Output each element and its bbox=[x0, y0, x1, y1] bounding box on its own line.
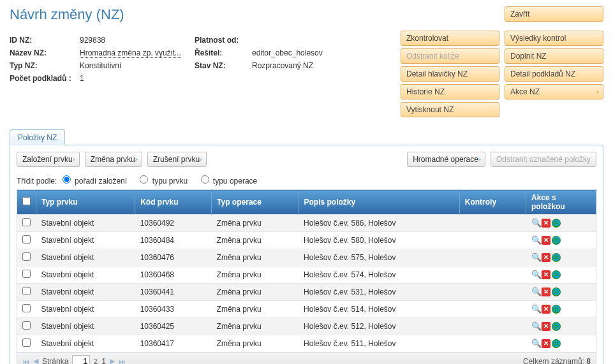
magnify-icon[interactable]: 🔍 bbox=[531, 253, 540, 262]
row-checkbox[interactable] bbox=[22, 270, 31, 278]
globe-icon[interactable]: 🌐 bbox=[552, 322, 561, 331]
table-row[interactable]: Stavební objekt10360476Změna prvkuHolešo… bbox=[17, 249, 596, 266]
print-button[interactable]: Vytisknout NZ bbox=[401, 102, 499, 117]
solver-label: Řešitel: bbox=[195, 48, 252, 57]
cell-op: Změna prvku bbox=[212, 266, 299, 284]
cell-op: Změna prvku bbox=[212, 335, 299, 353]
cell-checks bbox=[459, 215, 526, 232]
delete-icon[interactable]: ✕ bbox=[542, 253, 550, 262]
globe-icon[interactable]: 🌐 bbox=[552, 270, 561, 279]
remove-collisions-label: Odstranit kolize bbox=[406, 52, 459, 61]
tab-items[interactable]: Položky NZ bbox=[10, 129, 65, 145]
row-checkbox[interactable] bbox=[22, 235, 31, 244]
globe-icon[interactable]: 🌐 bbox=[552, 288, 561, 296]
globe-icon[interactable]: 🌐 bbox=[552, 219, 561, 228]
chevron-right-icon: ›› bbox=[596, 89, 598, 95]
col-op[interactable]: Typ operace bbox=[212, 190, 299, 215]
col-type[interactable]: Typ prvku bbox=[36, 190, 135, 215]
pager-first-icon[interactable]: ⏮ bbox=[22, 358, 29, 365]
docs-label: Počet podkladů : bbox=[10, 74, 80, 83]
pager-last-icon[interactable]: ⏭ bbox=[119, 358, 126, 365]
remove-selected-button[interactable]: Odstranit označené položky bbox=[491, 152, 596, 167]
cancel-element-button[interactable]: Zrušení prvku›› bbox=[147, 152, 207, 167]
row-checkbox[interactable] bbox=[22, 321, 31, 330]
cell-desc: Holešov č.ev. 580, Holešov bbox=[299, 232, 459, 249]
remove-collisions-button[interactable]: Odstranit kolize bbox=[401, 48, 499, 64]
globe-icon[interactable]: 🌐 bbox=[552, 236, 561, 245]
magnify-icon[interactable]: 🔍 bbox=[531, 288, 540, 296]
table-row[interactable]: Stavební objekt10360425Změna prvkuHolešo… bbox=[17, 318, 596, 335]
col-code[interactable]: Kód prvku bbox=[135, 190, 212, 215]
delete-icon[interactable]: ✕ bbox=[542, 219, 550, 228]
table-row[interactable]: Stavební objekt10360417Změna prvkuHolešo… bbox=[17, 335, 596, 353]
col-checks[interactable]: Kontroly bbox=[459, 190, 526, 215]
docs-detail-button[interactable]: Detail podkladů NZ bbox=[505, 66, 603, 82]
print-label: Vytisknout NZ bbox=[406, 105, 454, 114]
cell-op: Změna prvku bbox=[212, 284, 299, 301]
close-button[interactable]: Zavřít bbox=[505, 6, 603, 22]
pager-total-pages: 1 bbox=[101, 357, 106, 365]
sort-order-radio[interactable] bbox=[63, 175, 71, 184]
type-value: Konstitutivní bbox=[80, 61, 195, 70]
sort-type-radio[interactable] bbox=[140, 175, 148, 184]
cell-checks bbox=[459, 335, 526, 353]
pager-page-input[interactable] bbox=[72, 355, 90, 364]
table-row[interactable]: Stavební objekt10360433Změna prvkuHolešo… bbox=[17, 301, 596, 318]
cell-desc: Holešov č.ev. 514, Holešov bbox=[299, 301, 459, 318]
create-element-button[interactable]: Založení prvku›› bbox=[17, 152, 80, 167]
delete-icon[interactable]: ✕ bbox=[542, 236, 550, 245]
supplement-button[interactable]: Doplnit NZ bbox=[505, 48, 603, 64]
cell-op: Změna prvku bbox=[212, 301, 299, 318]
delete-icon[interactable]: ✕ bbox=[542, 339, 550, 348]
bulk-operations-button[interactable]: Hromadné operace›› bbox=[407, 152, 485, 167]
chevron-right-icon: ›› bbox=[135, 156, 137, 163]
bulk-operations-label: Hromadné operace bbox=[413, 155, 478, 164]
cell-type: Stavební objekt bbox=[36, 249, 135, 266]
header-detail-button[interactable]: Detail hlavičky NZ bbox=[401, 66, 499, 82]
cell-desc: Holešov č.ev. 574, Holešov bbox=[299, 266, 459, 284]
pager-next-icon[interactable]: ▶ bbox=[110, 357, 115, 364]
close-label: Zavřít bbox=[510, 10, 530, 18]
magnify-icon[interactable]: 🔍 bbox=[531, 305, 540, 314]
history-button[interactable]: Historie NZ bbox=[401, 84, 499, 99]
globe-icon[interactable]: 🌐 bbox=[552, 339, 561, 348]
globe-icon[interactable]: 🌐 bbox=[552, 305, 561, 314]
actions-button[interactable]: Akce NZ›› bbox=[505, 84, 603, 99]
actions-label: Akce NZ bbox=[510, 87, 540, 96]
cell-desc: Holešov č.ev. 531, Holešov bbox=[299, 284, 459, 301]
table-row[interactable]: Stavební objekt10360441Změna prvkuHolešo… bbox=[17, 284, 596, 301]
delete-icon[interactable]: ✕ bbox=[542, 288, 550, 296]
state-value: Rozpracovaný NZ bbox=[252, 61, 367, 70]
change-element-button[interactable]: Změna prvku›› bbox=[85, 152, 142, 167]
pager-prev-icon[interactable]: ◀ bbox=[33, 357, 38, 364]
row-checkbox[interactable] bbox=[22, 339, 31, 347]
results-button[interactable]: Výsledky kontrol bbox=[505, 31, 603, 46]
row-checkbox[interactable] bbox=[22, 287, 31, 295]
col-desc[interactable]: Popis položky bbox=[299, 190, 459, 215]
check-button[interactable]: Zkontrolovat bbox=[401, 31, 499, 46]
magnify-icon[interactable]: 🔍 bbox=[531, 270, 540, 279]
magnify-icon[interactable]: 🔍 bbox=[531, 219, 540, 228]
cell-type: Stavební objekt bbox=[36, 301, 135, 318]
sort-op-radio[interactable] bbox=[201, 175, 209, 184]
pager-total-label: Celkem záznamů: bbox=[523, 357, 584, 365]
name-value[interactable]: Hromadná změna zp. využit... bbox=[80, 48, 181, 58]
chevron-right-icon: ›› bbox=[73, 156, 74, 163]
cell-desc: Holešov č.ev. 511, Holešov bbox=[299, 335, 459, 353]
magnify-icon[interactable]: 🔍 bbox=[531, 236, 540, 245]
col-actions[interactable]: Akce s položkou bbox=[526, 190, 596, 215]
row-checkbox[interactable] bbox=[22, 304, 31, 312]
delete-icon[interactable]: ✕ bbox=[542, 305, 550, 314]
magnify-icon[interactable]: 🔍 bbox=[531, 322, 540, 331]
select-all-checkbox[interactable] bbox=[22, 197, 31, 205]
delete-icon[interactable]: ✕ bbox=[542, 270, 550, 279]
magnify-icon[interactable]: 🔍 bbox=[531, 339, 540, 348]
table-row[interactable]: Stavební objekt10360484Změna prvkuHolešo… bbox=[17, 232, 596, 249]
row-checkbox[interactable] bbox=[22, 218, 31, 226]
cancel-element-label: Zrušení prvku bbox=[153, 155, 200, 164]
table-row[interactable]: Stavební objekt10360468Změna prvkuHolešo… bbox=[17, 266, 596, 284]
delete-icon[interactable]: ✕ bbox=[542, 322, 550, 331]
globe-icon[interactable]: 🌐 bbox=[552, 253, 561, 262]
table-row[interactable]: Stavební objekt10360492Změna prvkuHolešo… bbox=[17, 215, 596, 232]
row-checkbox[interactable] bbox=[22, 252, 31, 261]
